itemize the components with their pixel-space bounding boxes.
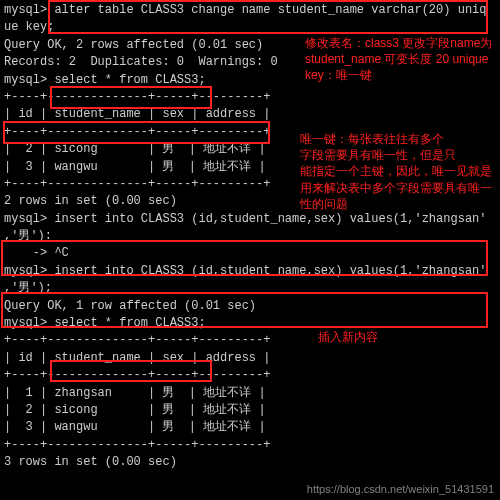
- table-border: +----+--------------+-----+---------+: [4, 367, 496, 384]
- table-border: +----+--------------+-----+---------+: [4, 89, 496, 106]
- annotation-insert: 插入新内容: [318, 329, 378, 345]
- result-line: Query OK, 1 row affected (0.01 sec): [4, 298, 496, 315]
- table-header: | id | student_name | sex | address |: [4, 106, 496, 123]
- table-row: | 2 | sicong | 男 | 地址不详 |: [4, 402, 496, 419]
- cancel-line: -> ^C: [4, 245, 496, 262]
- table-header: | id | student_name | sex | address |: [4, 350, 496, 367]
- sql-line: mysql> alter table CLASS3 change name st…: [4, 2, 496, 19]
- watermark-text: https://blog.csdn.net/weixin_51431591: [307, 482, 494, 498]
- table-row: | 3 | wangwu | 男 | 地址不详 |: [4, 419, 496, 436]
- sql-line: mysql> insert into CLASS3 (id,student_na…: [4, 263, 496, 280]
- annotation-rename: 修改表名：class3 更改字段name为 student_name 可变长度 …: [305, 35, 495, 84]
- table-border: +----+--------------+-----+---------+: [4, 437, 496, 454]
- result-line: 3 rows in set (0.00 sec): [4, 454, 496, 471]
- table-row: | 1 | zhangsan | 男 | 地址不详 |: [4, 385, 496, 402]
- sql-line: mysql> insert into CLASS3 (id,student_na…: [4, 211, 496, 228]
- sql-line: mysql> select * from CLASS3;: [4, 315, 496, 332]
- table-border: +----+--------------+-----+---------+: [4, 332, 496, 349]
- sql-line: ,'男'):: [4, 228, 496, 245]
- sql-line: ,'男');: [4, 280, 496, 297]
- annotation-unique-key: 唯一键：每张表往往有多个 字段需要具有唯一性，但是只 能指定一个主键，因此，唯一…: [300, 131, 500, 212]
